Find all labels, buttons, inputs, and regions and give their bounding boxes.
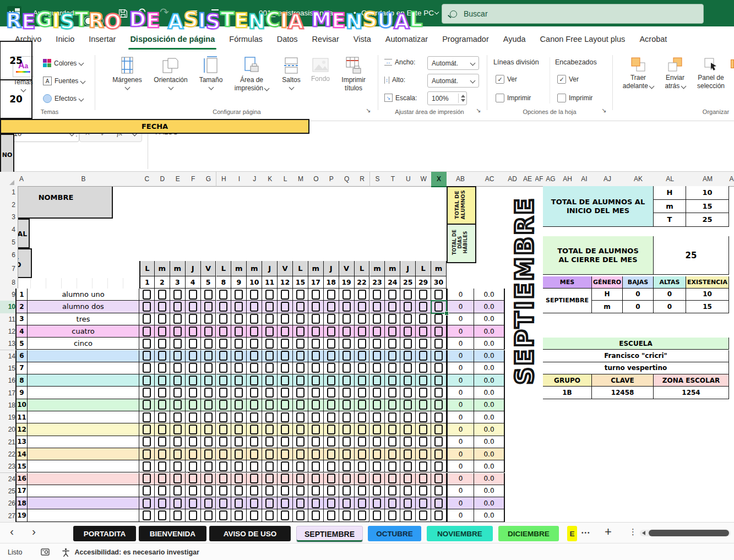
attendance-cell-r2-d12[interactable]: [324, 301, 339, 313]
attendance-checkbox[interactable]: [373, 339, 381, 349]
attendance-checkbox[interactable]: [143, 400, 151, 410]
attendance-cell-r11-d12[interactable]: [324, 411, 339, 423]
attendance-cell-r6-d2[interactable]: [170, 350, 186, 362]
attendance-cell-r13-d8[interactable]: [262, 436, 278, 448]
attendance-checkbox[interactable]: [250, 314, 258, 324]
attendance-cell-r12-d17[interactable]: [400, 423, 416, 436]
attendance-cell-r2-d15[interactable]: [370, 301, 385, 313]
attendance-cell-r13-d17[interactable]: [400, 436, 416, 448]
attendance-checkbox[interactable]: [143, 498, 151, 508]
attendance-checkbox[interactable]: [204, 302, 213, 312]
attendance-checkbox[interactable]: [419, 388, 427, 398]
scrollbar-left-arrow-icon[interactable]: [642, 531, 645, 535]
attendance-checkbox[interactable]: [404, 449, 412, 459]
attendance-cell-r5-d2[interactable]: [170, 338, 186, 350]
attendance-cell-r5-d18[interactable]: [416, 338, 431, 350]
column-header-AH-28[interactable]: AH: [558, 172, 577, 187]
attendance-cell-r12-d0[interactable]: [139, 423, 155, 436]
attendance-cell-r3-d10[interactable]: [293, 313, 308, 325]
row-header-5[interactable]: 5: [0, 236, 18, 249]
attendance-checkbox[interactable]: [143, 412, 151, 422]
attendance-checkbox[interactable]: [404, 327, 412, 336]
column-header-B-1[interactable]: B: [28, 172, 140, 187]
row-header-6[interactable]: 6: [0, 248, 18, 262]
attendance-cell-r13-d14[interactable]: [355, 436, 370, 448]
attendance-cell-r1-d7[interactable]: [247, 289, 262, 301]
attendance-cell-r13-d6[interactable]: [231, 436, 247, 448]
attendance-checkbox[interactable]: [143, 486, 151, 496]
attendance-checkbox[interactable]: [358, 412, 366, 422]
attendance-cell-r6-d16[interactable]: [385, 350, 400, 362]
attendance-checkbox[interactable]: [158, 351, 166, 361]
attendance-checkbox[interactable]: [204, 449, 213, 459]
attendance-checkbox[interactable]: [158, 388, 166, 398]
attendance-checkbox[interactable]: [404, 302, 412, 312]
attendance-checkbox[interactable]: [265, 290, 274, 300]
selection-fill-handle[interactable]: [444, 311, 449, 316]
column-header-C-2[interactable]: C: [139, 172, 155, 187]
attendance-checkbox[interactable]: [358, 302, 366, 312]
sheet-tab-septiembre[interactable]: SEPTIEMBRE: [296, 526, 363, 542]
attendance-checkbox[interactable]: [265, 510, 274, 520]
attendance-cell-r6-d18[interactable]: [416, 350, 431, 362]
attendance-checkbox[interactable]: [327, 351, 335, 361]
attendance-cell-r6-d0[interactable]: [139, 350, 155, 362]
attendance-checkbox[interactable]: [250, 486, 258, 496]
attendance-checkbox[interactable]: [296, 302, 305, 312]
attendance-checkbox[interactable]: [434, 461, 443, 471]
attendance-cell-r19-d12[interactable]: [324, 509, 339, 521]
attendance-cell-r16-d0[interactable]: [139, 473, 155, 485]
attendance-cell-r16-d15[interactable]: [370, 473, 385, 485]
attendance-cell-r9-d18[interactable]: [416, 387, 431, 399]
attendance-cell-r17-d15[interactable]: [370, 485, 385, 497]
attendance-checkbox[interactable]: [235, 425, 243, 434]
attendance-cell-r3-d1[interactable]: [155, 313, 170, 325]
attendance-cell-r15-d12[interactable]: [324, 460, 339, 472]
attendance-cell-r17-d8[interactable]: [262, 485, 278, 497]
attendance-checkbox[interactable]: [219, 314, 227, 324]
attendance-cell-r19-d16[interactable]: [385, 509, 400, 521]
attendance-checkbox[interactable]: [189, 376, 197, 385]
attendance-checkbox[interactable]: [158, 461, 166, 471]
attendance-checkbox[interactable]: [388, 314, 396, 324]
attendance-cell-r6-d14[interactable]: [355, 350, 370, 362]
attendance-cell-r19-d15[interactable]: [370, 509, 385, 521]
attendance-checkbox[interactable]: [250, 498, 258, 508]
attendance-checkbox[interactable]: [250, 449, 258, 459]
attendance-checkbox[interactable]: [235, 290, 243, 300]
attendance-cell-r18-d6[interactable]: [231, 497, 247, 509]
attendance-cell-r12-d12[interactable]: [324, 423, 339, 436]
attendance-cell-r8-d15[interactable]: [370, 374, 385, 387]
attendance-checkbox[interactable]: [404, 314, 412, 324]
attendance-checkbox[interactable]: [143, 461, 151, 471]
attendance-checkbox[interactable]: [204, 461, 213, 471]
attendance-cell-r18-d18[interactable]: [416, 497, 431, 509]
attendance-checkbox[interactable]: [204, 351, 213, 361]
attendance-cell-r12-d7[interactable]: [247, 423, 262, 436]
attendance-checkbox[interactable]: [265, 314, 274, 324]
attendance-cell-r13-d15[interactable]: [370, 436, 385, 448]
attendance-checkbox[interactable]: [312, 461, 320, 471]
attendance-checkbox[interactable]: [173, 412, 182, 422]
attendance-cell-r15-d9[interactable]: [278, 460, 293, 472]
attendance-checkbox[interactable]: [327, 498, 335, 508]
attendance-checkbox[interactable]: [204, 339, 213, 349]
attendance-checkbox[interactable]: [312, 363, 320, 373]
attendance-cell-r7-d13[interactable]: [339, 362, 355, 374]
attendance-checkbox[interactable]: [419, 474, 427, 483]
attendance-cell-r7-d3[interactable]: [186, 362, 201, 374]
student-name-cell[interactable]: cinco: [28, 338, 139, 350]
attendance-cell-r3-d8[interactable]: [262, 313, 278, 325]
attendance-checkbox[interactable]: [204, 314, 213, 324]
attendance-cell-r17-d10[interactable]: [293, 485, 308, 497]
attendance-checkbox[interactable]: [312, 412, 320, 422]
attendance-checkbox[interactable]: [158, 425, 166, 434]
attendance-cell-r12-d11[interactable]: [308, 423, 324, 436]
attendance-cell-r8-d16[interactable]: [385, 374, 400, 387]
attendance-checkbox[interactable]: [358, 376, 366, 385]
attendance-checkbox[interactable]: [434, 412, 443, 422]
attendance-checkbox[interactable]: [235, 474, 243, 483]
attendance-checkbox[interactable]: [189, 363, 197, 373]
attendance-cell-r6-d5[interactable]: [216, 350, 232, 362]
attendance-cell-r16-d4[interactable]: [201, 473, 216, 485]
